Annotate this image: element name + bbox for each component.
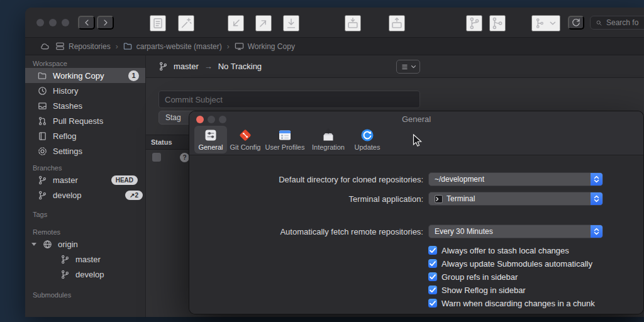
breadcrumb-separator: › bbox=[227, 42, 230, 51]
popup-value: Every 30 Minutes bbox=[435, 227, 493, 236]
journal-icon bbox=[38, 131, 47, 141]
disclosure-triangle-icon[interactable] bbox=[31, 243, 36, 246]
sidebar-item-settings[interactable]: Settings bbox=[25, 143, 145, 158]
checkbox-group-refs[interactable]: Group refs in sidebar bbox=[428, 272, 518, 282]
branch-button[interactable] bbox=[466, 15, 482, 31]
fetch-button[interactable] bbox=[283, 15, 299, 31]
tab-git-config[interactable]: Git Config bbox=[228, 126, 262, 153]
checkbox-warn-discard-chunk[interactable]: Warn when discarding changes in a chunk bbox=[428, 298, 595, 308]
popup-arrows-icon bbox=[591, 225, 602, 238]
pull-request-icon bbox=[38, 116, 47, 126]
sidebar-section-branches: Branches bbox=[25, 164, 145, 172]
popup-value: ~/development bbox=[435, 175, 484, 184]
untracked-status-badge: ? bbox=[180, 153, 189, 162]
file-checkbox[interactable] bbox=[152, 153, 161, 162]
updates-icon bbox=[360, 128, 375, 143]
user-profiles-icon bbox=[277, 128, 292, 143]
sidebar-item-remote-develop[interactable]: develop bbox=[25, 267, 145, 282]
tab-general[interactable]: General bbox=[194, 126, 227, 153]
commit-subject-input[interactable] bbox=[158, 91, 420, 108]
sidebar-item-reflog[interactable]: Reflog bbox=[25, 128, 145, 143]
magic-wand-button[interactable] bbox=[178, 15, 194, 31]
integration-icon bbox=[321, 128, 336, 143]
checkbox-update-submodules[interactable]: Always update Submodules automatically bbox=[428, 258, 592, 269]
auto-fetch-label: Automatically fetch remote repositories: bbox=[202, 227, 423, 236]
git-branch-icon bbox=[38, 191, 47, 200]
hamburger-icon bbox=[401, 63, 409, 71]
git-flow-dropdown[interactable] bbox=[531, 15, 560, 31]
merge-icon bbox=[491, 16, 504, 30]
general-prefs-icon bbox=[203, 128, 218, 143]
folder-icon bbox=[123, 42, 133, 51]
ahead-count-badge: ↗2 bbox=[125, 191, 143, 200]
git-branch-icon bbox=[158, 62, 168, 71]
pending-count-badge: 1 bbox=[128, 70, 139, 81]
popup-arrows-icon bbox=[591, 173, 602, 186]
sidebar-item-remote-master[interactable]: master bbox=[25, 252, 145, 267]
chevron-left-icon bbox=[82, 18, 92, 28]
checkbox-checked-icon bbox=[428, 286, 437, 294]
sidebar-item-branch-master[interactable]: master HEAD bbox=[25, 172, 145, 187]
sidebar-section-tags: Tags bbox=[25, 210, 145, 219]
sidebar-item-pull-requests[interactable]: Pull Requests bbox=[25, 113, 145, 128]
minimize-window-button[interactable] bbox=[49, 19, 57, 26]
terminal-icon bbox=[435, 195, 443, 203]
gear-icon bbox=[38, 147, 47, 156]
tracking-label: No Tracking bbox=[218, 62, 262, 71]
git-config-icon bbox=[238, 128, 253, 143]
zoom-window-button[interactable] bbox=[62, 19, 69, 26]
search-placeholder: Search fo bbox=[606, 18, 638, 27]
auto-fetch-select[interactable]: Every 30 Minutes bbox=[428, 225, 603, 238]
push-button[interactable] bbox=[255, 15, 272, 31]
checkbox-stash-local-changes[interactable]: Always offer to stash local changes bbox=[428, 245, 569, 255]
dialog-toolbar: General General Git Config bbox=[189, 111, 643, 155]
forward-button[interactable] bbox=[97, 16, 114, 30]
popup-arrows-icon bbox=[591, 192, 602, 205]
pull-icon bbox=[229, 16, 243, 30]
tracking-arrow: → bbox=[204, 62, 213, 71]
sidebar-item-remote-origin[interactable]: origin bbox=[25, 236, 145, 252]
repositories-stack-icon bbox=[55, 42, 65, 51]
checkbox-show-reflog[interactable]: Show Reflog in sidebar bbox=[428, 285, 526, 295]
git-branch-icon bbox=[38, 175, 47, 185]
merge-button[interactable] bbox=[489, 15, 506, 31]
unstash-button[interactable] bbox=[389, 15, 405, 31]
sidebar-item-stashes[interactable]: Stashes bbox=[25, 98, 145, 113]
refresh-button[interactable] bbox=[568, 16, 584, 30]
back-button[interactable] bbox=[78, 16, 95, 30]
tab-integration[interactable]: Integration bbox=[308, 126, 349, 153]
git-branch-icon bbox=[60, 270, 70, 279]
close-window-button[interactable] bbox=[36, 19, 44, 26]
tab-updates[interactable]: Updates bbox=[350, 126, 384, 153]
fetch-icon bbox=[284, 16, 298, 30]
cloud-icon[interactable] bbox=[39, 42, 50, 51]
tab-user-profiles[interactable]: User Profiles bbox=[264, 126, 306, 153]
checkbox-checked-icon bbox=[428, 259, 437, 268]
breadcrumb-working-copy[interactable]: Working Copy bbox=[235, 42, 295, 51]
breadcrumb-repositories[interactable]: Repositories bbox=[55, 42, 111, 51]
commit-button[interactable] bbox=[150, 15, 166, 31]
stash-icon bbox=[346, 16, 360, 30]
pull-button[interactable] bbox=[228, 15, 244, 31]
push-icon bbox=[257, 16, 270, 30]
window-toolbar: Search fo bbox=[25, 8, 644, 38]
sidebar: Workspace Working Copy 1 History Stashes… bbox=[25, 55, 146, 317]
branch-icon bbox=[467, 16, 481, 30]
default-directory-select[interactable]: ~/development bbox=[428, 172, 603, 186]
search-icon bbox=[595, 19, 603, 27]
commit-options-dropdown[interactable] bbox=[396, 60, 420, 74]
chevron-down-icon bbox=[411, 65, 416, 69]
sidebar-item-working-copy[interactable]: Working Copy 1 bbox=[25, 68, 145, 83]
breadcrumb-separator: › bbox=[116, 42, 118, 51]
head-badge: HEAD bbox=[111, 175, 138, 185]
default-directory-label: Default directory for cloned repositorie… bbox=[202, 175, 423, 184]
stash-button[interactable] bbox=[345, 15, 361, 31]
sidebar-item-history[interactable]: History bbox=[25, 83, 145, 98]
current-branch-label: master bbox=[174, 62, 199, 71]
breadcrumb-repository[interactable]: carparts-website (master) bbox=[123, 42, 222, 51]
sidebar-item-branch-develop[interactable]: develop ↗2 bbox=[25, 187, 145, 203]
terminal-application-select[interactable]: Terminal bbox=[428, 192, 603, 206]
refresh-icon bbox=[570, 17, 582, 28]
branch-header: master → No Tracking bbox=[146, 55, 644, 78]
search-field[interactable]: Search fo bbox=[590, 16, 644, 30]
